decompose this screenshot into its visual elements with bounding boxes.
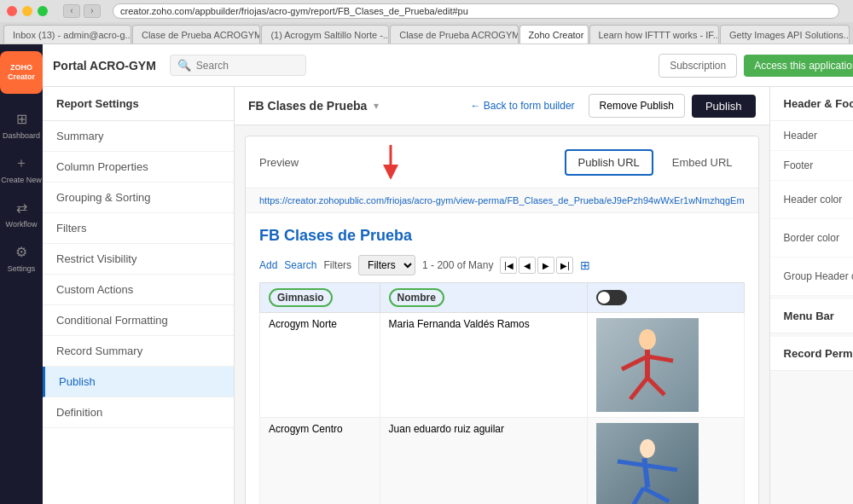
close-window-button[interactable] [7,6,17,16]
cell-gimnasio-0: Acrogym Norte [260,313,380,418]
tab-2[interactable]: (1) Acrogym Saltillo Norte -... [261,25,389,43]
gymnast-image-0 [596,318,699,412]
pagination-info: 1 - 200 of Many [422,259,493,271]
nav-column-properties[interactable]: Column Properties [43,152,234,182]
svg-point-7 [640,439,655,458]
table-options-icon[interactable]: ⊞ [580,258,590,272]
prev-page-button[interactable]: ◀ [519,257,536,274]
report-preview-title: FB Clases de Prueba [259,227,745,245]
cell-nombre-0: Maria Fernanda Valdés Ramos [380,313,587,418]
nav-publish[interactable]: Publish [43,367,234,397]
toggle-knob [598,292,610,304]
group-header-color-row: Group Header color ▦ [770,258,853,296]
minimize-window-button[interactable] [22,6,32,16]
subscription-button[interactable]: Subscription [659,54,737,78]
report-content: FB Clases de Prueba ▾ ← Back to form bui… [235,87,769,504]
tab-6[interactable]: Getty Images API Solutions... [720,25,850,43]
first-page-button[interactable]: |◀ [500,257,517,274]
next-page-button[interactable]: ▶ [537,257,554,274]
preview-label: Preview [259,156,299,169]
svg-line-6 [647,378,664,395]
nombre-header-badge: Nombre [389,288,444,307]
preview-header: Preview [246,136,758,188]
tab-3[interactable]: Clase de Prueba ACROGYM [390,25,518,43]
nav-filters[interactable]: Filters [43,213,234,244]
header-label: Header [784,130,853,142]
nav-restrict-visibility[interactable]: Restrict Visibility [43,244,234,275]
tab-4[interactable]: Zoho Creator [519,25,589,43]
cell-nombre-1: Juan eduardo ruiz aguilar [380,418,587,505]
sidebar-item-create-new[interactable]: ＋ Create New [0,148,43,189]
nav-summary[interactable]: Summary [43,121,234,152]
group-header-color-label: Group Header color [784,270,853,282]
content-area: Report Settings Summary Column Propertie… [43,87,853,504]
add-link[interactable]: Add [259,259,277,271]
back-nav-button[interactable]: ‹ [63,4,80,18]
address-text: creator.zoho.com/appbuilder/friojas/acro… [120,6,468,16]
url-bar: https://creator.zohopublic.com/friojas/a… [246,188,758,213]
tab-1[interactable]: Clase de Prueba ACROGYM [132,25,260,43]
access-application-button[interactable]: Access this application [744,55,853,77]
window-chrome: ‹ › creator.zoho.com/appbuilder/friojas/… [0,0,853,44]
header-footer-section-header[interactable]: Header & Footer ▼ [770,87,853,121]
header-row: Header Show Hide [770,121,853,151]
col-header-toggle [587,283,744,313]
filters-label: Filters [323,259,351,271]
maximize-window-button[interactable] [38,6,48,16]
col-header-nombre: Nombre [380,283,587,313]
preview-area: Preview [245,136,759,504]
search-input[interactable] [196,60,299,72]
gymnast-figure-1 [596,423,699,504]
search-box[interactable]: 🔍 [170,55,306,76]
gymnast-image-1 [596,423,699,504]
address-bar[interactable]: creator.zoho.com/appbuilder/friojas/acro… [113,3,839,19]
col-header-gimnasio: Gimnasio [260,283,380,313]
tab-5[interactable]: Learn how IFTTT works - IF... [589,25,719,43]
title-bar: ‹ › creator.zoho.com/appbuilder/friojas/… [0,0,853,22]
logo-text: ZOHOCreator [8,63,35,82]
border-color-row: Border color ▦ [770,219,853,258]
forward-nav-button[interactable]: › [84,4,101,18]
report-preview-content: FB Clases de Prueba Add Search Filters F… [246,213,758,504]
report-settings-header: Report Settings [43,87,234,121]
cell-image-1 [587,418,744,505]
back-to-form-builder-link[interactable]: ← Back to form builder [471,100,575,112]
header-footer-section: Header & Footer ▼ Header Show [770,87,853,296]
menu-bar-section[interactable]: Menu Bar › [770,299,853,333]
search-icon: 🔍 [177,59,191,72]
nav-record-summary[interactable]: Record Summary [43,336,234,367]
nav-definition[interactable]: Definition [43,397,234,428]
last-page-button[interactable]: ▶| [556,257,573,274]
sidebar-item-workflow[interactable]: ⇄ Workflow [0,193,43,234]
toggle-button[interactable] [596,290,627,305]
main-content: Portal ACRO-GYM 🔍 Subscription Access th… [43,44,853,504]
nav-conditional-formatting[interactable]: Conditional Formatting [43,305,234,336]
tab-bar: Inbox (13) - admin@acro-g... Clase de Pr… [0,22,853,44]
workflow-label: Workflow [6,220,38,229]
report-title-dropdown-icon[interactable]: ▾ [374,100,379,112]
embed-url-tab[interactable]: Embed URL [660,151,745,174]
report-toolbar: Add Search Filters Filters 1 - 200 of Ma… [259,255,745,275]
nav-custom-actions[interactable]: Custom Actions [43,275,234,305]
app-logo: ZOHOCreator [0,51,43,94]
record-permissions-section[interactable]: Record Permissions › [770,337,853,371]
nav-grouping-sorting[interactable]: Grouping & Sorting [43,182,234,213]
report-title: FB Clases de Prueba [248,99,367,113]
remove-publish-button[interactable]: Remove Publish [589,94,685,118]
tab-0[interactable]: Inbox (13) - admin@acro-g... [3,25,131,43]
left-sidebar: ZOHOCreator ⊞ Dashboard ＋ Create New ⇄ W… [0,44,43,504]
top-bar: Portal ACRO-GYM 🔍 Subscription Access th… [43,44,853,87]
search-link[interactable]: Search [284,259,316,271]
sidebar-item-dashboard[interactable]: ⊞ Dashboard [0,104,43,145]
sidebar-item-settings[interactable]: ⚙ Settings [0,237,43,278]
publish-top-button[interactable]: Publish [692,95,756,118]
gimnasio-header-badge: Gimnasio [269,288,333,307]
portal-title: Portal ACRO-GYM [53,59,156,72]
app-layout: ZOHOCreator ⊞ Dashboard ＋ Create New ⇄ W… [0,44,853,504]
cell-image-0 [587,313,744,418]
svg-line-5 [630,378,647,399]
settings-label: Settings [8,264,36,273]
publish-url-tab[interactable]: Publish URL [565,149,653,176]
filters-select[interactable]: Filters [358,255,415,275]
create-new-icon: ＋ [12,154,31,173]
